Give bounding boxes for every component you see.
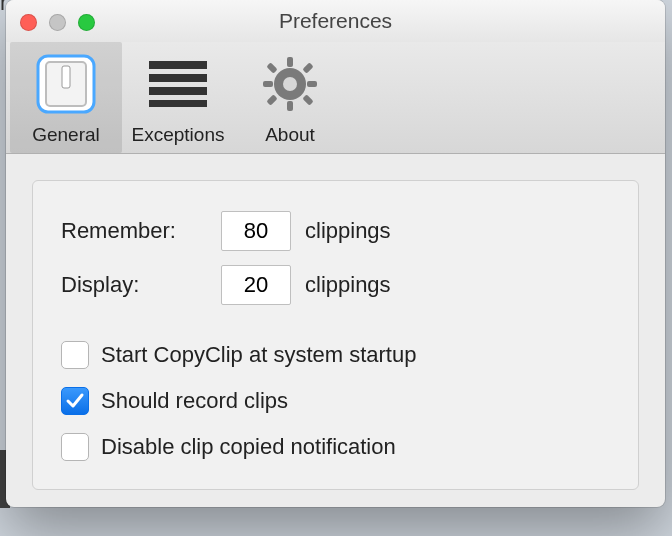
remember-row: Remember: clippings xyxy=(61,211,610,251)
start-at-login-label: Start CopyClip at system startup xyxy=(101,342,416,368)
svg-rect-8 xyxy=(287,57,293,67)
list-icon xyxy=(149,61,207,111)
svg-rect-10 xyxy=(263,81,273,87)
tab-label: Exceptions xyxy=(122,124,234,146)
disable-notif-label: Disable clip copied notification xyxy=(101,434,396,460)
svg-rect-12 xyxy=(266,62,277,73)
gear-icon xyxy=(261,55,319,117)
svg-point-16 xyxy=(283,77,297,91)
checkbox-unchecked-icon xyxy=(61,433,89,461)
svg-rect-15 xyxy=(302,94,313,105)
start-at-login-row[interactable]: Start CopyClip at system startup xyxy=(61,341,610,369)
display-input[interactable] xyxy=(221,265,291,305)
svg-rect-3 xyxy=(149,61,207,69)
titlebar: Preferences xyxy=(6,0,665,42)
display-row: Display: clippings xyxy=(61,265,610,305)
preferences-window: Preferences General xyxy=(6,0,665,507)
tab-label: About xyxy=(234,124,346,146)
svg-rect-9 xyxy=(287,101,293,111)
svg-rect-2 xyxy=(62,66,70,88)
settings-panel: Remember: clippings Display: clippings S… xyxy=(32,180,639,490)
tab-label: General xyxy=(10,124,122,146)
window-title: Preferences xyxy=(6,9,665,33)
svg-rect-13 xyxy=(302,62,313,73)
toolbar: General Exceptions xyxy=(6,42,665,154)
remember-label: Remember: xyxy=(61,218,221,244)
remember-suffix: clippings xyxy=(305,218,391,244)
record-clips-row[interactable]: Should record clips xyxy=(61,387,610,415)
remember-input[interactable] xyxy=(221,211,291,251)
content-area: Remember: clippings Display: clippings S… xyxy=(6,154,665,516)
svg-rect-5 xyxy=(149,87,207,95)
tab-exceptions[interactable]: Exceptions xyxy=(122,42,234,153)
svg-rect-14 xyxy=(266,94,277,105)
tab-about[interactable]: About xyxy=(234,42,346,153)
svg-rect-6 xyxy=(149,100,207,107)
svg-rect-4 xyxy=(149,74,207,82)
display-label: Display: xyxy=(61,272,221,298)
tab-general[interactable]: General xyxy=(10,42,122,153)
checkbox-checked-icon xyxy=(61,387,89,415)
checkbox-unchecked-icon xyxy=(61,341,89,369)
record-clips-label: Should record clips xyxy=(101,388,288,414)
display-suffix: clippings xyxy=(305,272,391,298)
svg-rect-11 xyxy=(307,81,317,87)
switch-icon xyxy=(34,52,98,120)
disable-notif-row[interactable]: Disable clip copied notification xyxy=(61,433,610,461)
